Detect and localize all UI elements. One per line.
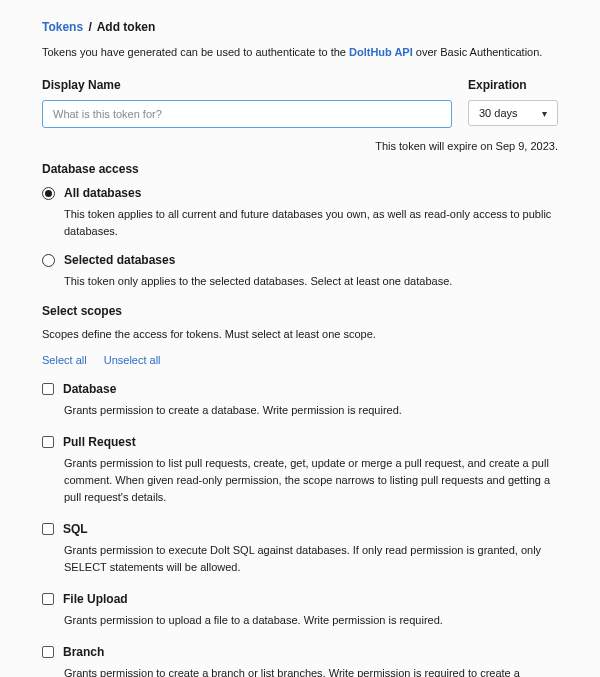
radio-selected-databases[interactable]: Selected databases xyxy=(42,253,558,267)
expiration-label: Expiration xyxy=(468,78,558,92)
breadcrumb: Tokens / Add token xyxy=(42,20,558,34)
radio-all-desc: This token applies to all current and fu… xyxy=(64,206,558,239)
checkbox-icon xyxy=(42,523,54,535)
api-link[interactable]: DoltHub API xyxy=(349,46,413,58)
scope-title: Pull Request xyxy=(63,435,136,449)
unselect-all-link[interactable]: Unselect all xyxy=(104,354,161,366)
expiration-value: 30 days xyxy=(479,107,518,119)
select-all-link[interactable]: Select all xyxy=(42,354,87,366)
scopes-header: Select scopes xyxy=(42,304,558,318)
intro-prefix: Tokens you have generated can be used to… xyxy=(42,46,349,58)
radio-all-label: All databases xyxy=(64,186,141,200)
scopes-intro: Scopes define the access for tokens. Mus… xyxy=(42,328,558,340)
expiration-note: This token will expire on Sep 9, 2023. xyxy=(42,140,558,152)
radio-selected-label: Selected databases xyxy=(64,253,175,267)
breadcrumb-tokens-link[interactable]: Tokens xyxy=(42,20,83,34)
radio-all-databases[interactable]: All databases xyxy=(42,186,558,200)
scope-desc: Grants permission to upload a file to a … xyxy=(64,612,558,629)
scope-title: File Upload xyxy=(63,592,128,606)
scope-database[interactable]: Database xyxy=(42,382,558,396)
radio-icon-checked xyxy=(42,187,55,200)
scope-desc: Grants permission to create a database. … xyxy=(64,402,558,419)
scope-title: Database xyxy=(63,382,116,396)
display-name-input[interactable] xyxy=(42,100,452,128)
display-name-label: Display Name xyxy=(42,78,452,92)
scope-file-upload[interactable]: File Upload xyxy=(42,592,558,606)
scope-pull-request[interactable]: Pull Request xyxy=(42,435,558,449)
chevron-down-icon: ▾ xyxy=(542,108,547,119)
scope-title: Branch xyxy=(63,645,104,659)
checkbox-icon xyxy=(42,646,54,658)
scope-desc: Grants permission to create a branch or … xyxy=(64,665,558,677)
checkbox-icon xyxy=(42,436,54,448)
scope-branch[interactable]: Branch xyxy=(42,645,558,659)
scope-desc: Grants permission to execute Dolt SQL ag… xyxy=(64,542,558,576)
radio-icon-unchecked xyxy=(42,254,55,267)
breadcrumb-sep: / xyxy=(88,20,91,34)
intro-suffix: over Basic Authentication. xyxy=(413,46,543,58)
intro-text: Tokens you have generated can be used to… xyxy=(42,46,558,58)
checkbox-icon xyxy=(42,593,54,605)
radio-selected-desc: This token only applies to the selected … xyxy=(64,273,558,290)
expiration-select[interactable]: 30 days ▾ xyxy=(468,100,558,126)
checkbox-icon xyxy=(42,383,54,395)
scope-sql[interactable]: SQL xyxy=(42,522,558,536)
db-access-header: Database access xyxy=(42,162,558,176)
scope-title: SQL xyxy=(63,522,88,536)
scope-desc: Grants permission to list pull requests,… xyxy=(64,455,558,506)
breadcrumb-current: Add token xyxy=(97,20,156,34)
